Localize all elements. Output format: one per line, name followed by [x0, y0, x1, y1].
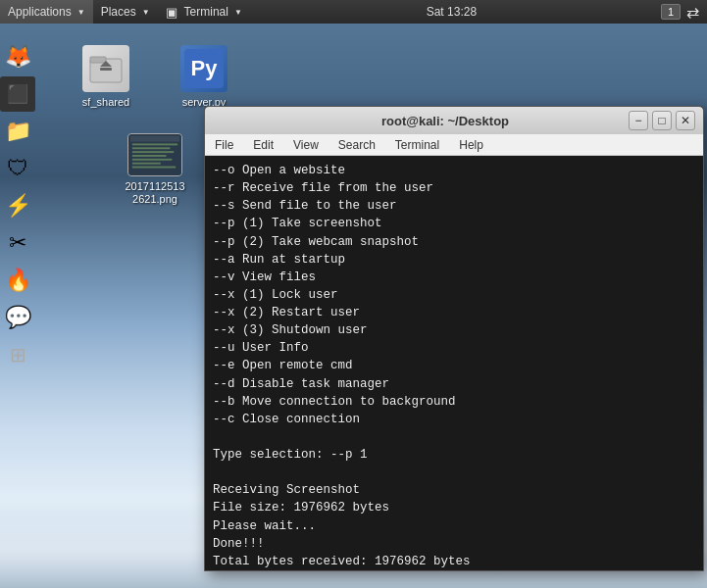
sidebar-icon-apps[interactable]: ⊞ — [0, 337, 35, 372]
menu-file[interactable]: File — [209, 136, 239, 154]
sidebar-icon-firefox[interactable]: 🦊 — [0, 39, 35, 74]
menu-terminal[interactable]: Terminal — [389, 136, 445, 154]
places-chevron: ▼ — [142, 8, 150, 17]
screenshot-icon-img — [127, 133, 182, 176]
svg-rect-12 — [132, 159, 173, 161]
terminal-title: root@kali: ~/Desktop — [262, 114, 629, 128]
term-line-2: --r Receive file from the user — [213, 179, 695, 197]
close-button[interactable]: ✕ — [676, 111, 695, 130]
screenshot-label: 20171125132621.png — [125, 180, 184, 206]
term-line-16 — [213, 428, 695, 446]
taskbar-right: 1 ⇄ — [653, 0, 707, 24]
minimize-button[interactable]: − — [629, 111, 648, 130]
desktop-icon-sf-shared[interactable]: sf_shared — [67, 41, 145, 113]
term-line-10: --x (3) Shutdown user — [213, 321, 695, 339]
term-line-22: Done!!! — [213, 535, 695, 553]
desktop-icon-server-py[interactable]: Py server.py — [165, 41, 243, 113]
term-line-7: --v View files — [213, 269, 695, 286]
terminal-window: root@kali: ~/Desktop − □ ✕ File Edit Vie… — [204, 106, 704, 571]
terminal-controls: − □ ✕ — [629, 111, 695, 130]
term-line-11: --u User Info — [213, 339, 695, 357]
taskbar-clock: Sat 13:28 — [250, 5, 653, 19]
term-line-18 — [213, 464, 695, 481]
terminal-chevron: ▼ — [234, 8, 242, 17]
network-icon[interactable]: ⇄ — [686, 3, 699, 22]
term-line-5: --p (2) Take webcam snapshot — [213, 233, 695, 251]
taskbar: Applications ▼ Places ▼ ▣ Terminal ▼ Sat… — [0, 0, 707, 24]
svg-rect-3 — [100, 68, 112, 71]
menu-search[interactable]: Search — [332, 136, 381, 154]
menu-help[interactable]: Help — [453, 136, 489, 154]
applications-chevron: ▼ — [77, 8, 85, 17]
sidebar-icon-files[interactable]: 📁 — [0, 114, 35, 149]
term-line-14: --b Move connection to background — [213, 393, 695, 411]
sf-shared-label: sf_shared — [82, 96, 129, 109]
sidebar-icon-shield[interactable]: 🛡 — [0, 151, 35, 186]
term-line-1: --o Open a website — [213, 162, 695, 179]
sidebar-icon-scissors[interactable]: ✂ — [0, 225, 35, 261]
svg-rect-13 — [132, 163, 161, 165]
term-line-15: --c Close connection — [213, 411, 695, 428]
sidebar-icon-chat[interactable]: 💬 — [0, 300, 35, 335]
svg-rect-1 — [90, 57, 106, 63]
places-label: Places — [101, 5, 136, 19]
applications-label: Applications — [8, 5, 72, 19]
workspace-button[interactable]: 1 — [661, 4, 681, 20]
svg-rect-14 — [132, 167, 176, 169]
terminal-menu[interactable]: ▣ Terminal ▼ — [158, 0, 250, 24]
term-line-21: Please wait... — [213, 517, 695, 535]
term-line-23: Total bytes received: 1976962 bytes — [213, 553, 695, 570]
sidebar-icon-flash[interactable]: 🔥 — [0, 263, 35, 298]
time-display: Sat 13:28 — [427, 5, 477, 19]
term-line-17: Type selection: --p 1 — [213, 446, 695, 464]
svg-rect-9 — [132, 147, 171, 149]
desktop: Applications ▼ Places ▼ ▣ Terminal ▼ Sat… — [0, 0, 707, 588]
term-line-8: --x (1) Lock user — [213, 286, 695, 304]
maximize-button[interactable]: □ — [652, 111, 672, 130]
term-line-3: --s Send file to the user — [213, 197, 695, 215]
terminal-body[interactable]: --o Open a website --r Receive file from… — [205, 156, 703, 570]
menu-view[interactable]: View — [287, 136, 325, 154]
term-line-13: --d Disable task manager — [213, 375, 695, 393]
sidebar-icon-burp[interactable]: ⚡ — [0, 188, 35, 223]
sf-shared-icon-img — [82, 45, 129, 92]
places-menu[interactable]: Places ▼ — [93, 0, 158, 24]
terminal-titlebar: root@kali: ~/Desktop − □ ✕ — [205, 107, 703, 134]
svg-rect-7 — [130, 136, 179, 142]
svg-rect-10 — [132, 151, 174, 153]
svg-text:Py: Py — [191, 56, 219, 80]
sidebar-icons: 🦊 ⬛ 📁 🛡 ⚡ ✂ 🔥 💬 ⊞ — [0, 39, 35, 372]
term-line-9: --x (2) Restart user — [213, 304, 695, 321]
terminal-menubar: File Edit View Search Terminal Help — [205, 134, 703, 156]
svg-rect-11 — [132, 155, 167, 157]
term-line-4: --p (1) Take screenshot — [213, 215, 695, 232]
desktop-icon-screenshot[interactable]: 20171125132621.png — [116, 129, 194, 210]
applications-menu[interactable]: Applications ▼ — [0, 0, 93, 24]
svg-rect-8 — [132, 143, 177, 145]
menu-edit[interactable]: Edit — [247, 136, 279, 154]
term-line-6: --a Run at startup — [213, 251, 695, 269]
term-line-20: File size: 1976962 bytes — [213, 499, 695, 516]
term-line-19: Receiving Screenshot — [213, 481, 695, 499]
terminal-label: Terminal — [184, 5, 228, 19]
terminal-icon: ▣ — [166, 5, 177, 20]
term-line-12: --e Open remote cmd — [213, 357, 695, 374]
server-py-icon-img: Py — [180, 45, 227, 92]
sidebar-icon-terminal[interactable]: ⬛ — [0, 76, 35, 112]
